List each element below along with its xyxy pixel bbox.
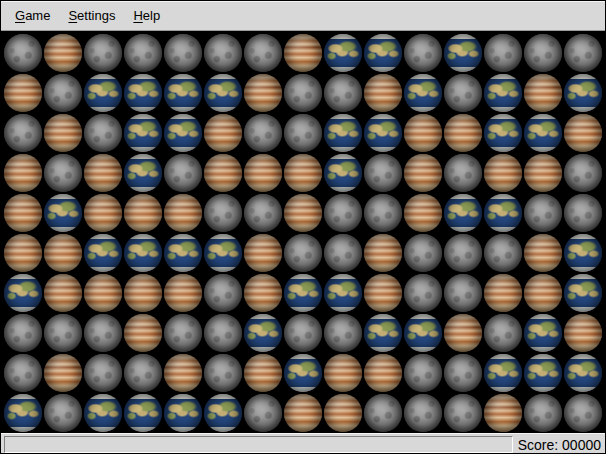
cell-earth[interactable]: [563, 273, 603, 313]
cell-moon[interactable]: [283, 73, 323, 113]
cell-earth[interactable]: [363, 313, 403, 353]
ball-moon[interactable]: [444, 74, 482, 112]
ball-jupiter[interactable]: [44, 114, 82, 152]
ball-earth[interactable]: [564, 74, 602, 112]
ball-moon[interactable]: [484, 314, 522, 352]
ball-earth[interactable]: [324, 154, 362, 192]
ball-jupiter[interactable]: [244, 274, 282, 312]
cell-jupiter[interactable]: [483, 273, 523, 313]
cell-moon[interactable]: [203, 193, 243, 233]
cell-moon[interactable]: [563, 33, 603, 73]
cell-jupiter[interactable]: [163, 193, 203, 233]
ball-earth[interactable]: [164, 234, 202, 272]
ball-moon[interactable]: [524, 394, 562, 432]
ball-earth[interactable]: [244, 314, 282, 352]
ball-jupiter[interactable]: [44, 354, 82, 392]
ball-jupiter[interactable]: [364, 74, 402, 112]
ball-moon[interactable]: [524, 34, 562, 72]
ball-earth[interactable]: [124, 114, 162, 152]
ball-moon[interactable]: [4, 34, 42, 72]
ball-jupiter[interactable]: [364, 234, 402, 272]
ball-earth[interactable]: [124, 154, 162, 192]
ball-moon[interactable]: [244, 194, 282, 232]
ball-earth[interactable]: [444, 194, 482, 232]
ball-earth[interactable]: [164, 114, 202, 152]
cell-moon[interactable]: [443, 353, 483, 393]
ball-jupiter[interactable]: [524, 74, 562, 112]
cell-earth[interactable]: [563, 73, 603, 113]
cell-earth[interactable]: [483, 353, 523, 393]
ball-moon[interactable]: [44, 314, 82, 352]
cell-earth[interactable]: [83, 73, 123, 113]
cell-moon[interactable]: [203, 313, 243, 353]
cell-moon[interactable]: [163, 153, 203, 193]
cell-moon[interactable]: [163, 313, 203, 353]
cell-earth[interactable]: [123, 73, 163, 113]
ball-earth[interactable]: [484, 194, 522, 232]
cell-earth[interactable]: [483, 193, 523, 233]
cell-jupiter[interactable]: [123, 273, 163, 313]
cell-earth[interactable]: [3, 273, 43, 313]
cell-earth[interactable]: [323, 33, 363, 73]
ball-jupiter[interactable]: [204, 154, 242, 192]
ball-jupiter[interactable]: [524, 234, 562, 272]
ball-moon[interactable]: [204, 34, 242, 72]
ball-jupiter[interactable]: [404, 194, 442, 232]
ball-earth[interactable]: [524, 354, 562, 392]
cell-earth[interactable]: [163, 393, 203, 433]
cell-jupiter[interactable]: [563, 313, 603, 353]
ball-jupiter[interactable]: [84, 154, 122, 192]
ball-earth[interactable]: [84, 234, 122, 272]
cell-jupiter[interactable]: [403, 113, 443, 153]
ball-jupiter[interactable]: [164, 354, 202, 392]
cell-moon[interactable]: [203, 273, 243, 313]
ball-earth[interactable]: [204, 394, 242, 432]
cell-moon[interactable]: [283, 113, 323, 153]
ball-jupiter[interactable]: [244, 74, 282, 112]
ball-earth[interactable]: [484, 114, 522, 152]
cell-earth[interactable]: [403, 313, 443, 353]
cell-jupiter[interactable]: [363, 233, 403, 273]
cell-jupiter[interactable]: [443, 313, 483, 353]
ball-moon[interactable]: [164, 314, 202, 352]
cell-moon[interactable]: [163, 33, 203, 73]
ball-moon[interactable]: [124, 354, 162, 392]
cell-moon[interactable]: [483, 233, 523, 273]
ball-earth[interactable]: [324, 114, 362, 152]
ball-moon[interactable]: [564, 394, 602, 432]
menu-help[interactable]: Help: [124, 3, 169, 28]
cell-moon[interactable]: [563, 153, 603, 193]
cell-earth[interactable]: [523, 313, 563, 353]
cell-jupiter[interactable]: [523, 273, 563, 313]
cell-jupiter[interactable]: [283, 33, 323, 73]
cell-jupiter[interactable]: [3, 193, 43, 233]
ball-moon[interactable]: [244, 394, 282, 432]
cell-moon[interactable]: [43, 153, 83, 193]
cell-jupiter[interactable]: [123, 313, 163, 353]
menu-game[interactable]: Game: [6, 3, 59, 28]
cell-moon[interactable]: [363, 193, 403, 233]
cell-earth[interactable]: [283, 273, 323, 313]
ball-earth[interactable]: [84, 394, 122, 432]
cell-moon[interactable]: [443, 393, 483, 433]
cell-earth[interactable]: [83, 393, 123, 433]
ball-moon[interactable]: [84, 354, 122, 392]
ball-jupiter[interactable]: [124, 194, 162, 232]
ball-moon[interactable]: [84, 314, 122, 352]
ball-jupiter[interactable]: [204, 114, 242, 152]
cell-jupiter[interactable]: [243, 233, 283, 273]
cell-earth[interactable]: [203, 393, 243, 433]
cell-earth[interactable]: [443, 33, 483, 73]
cell-moon[interactable]: [243, 193, 283, 233]
cell-moon[interactable]: [123, 353, 163, 393]
cell-moon[interactable]: [523, 393, 563, 433]
cell-earth[interactable]: [323, 153, 363, 193]
ball-jupiter[interactable]: [124, 314, 162, 352]
ball-jupiter[interactable]: [564, 314, 602, 352]
ball-moon[interactable]: [484, 34, 522, 72]
cell-jupiter[interactable]: [403, 193, 443, 233]
cell-moon[interactable]: [123, 33, 163, 73]
cell-moon[interactable]: [283, 233, 323, 273]
ball-earth[interactable]: [4, 394, 42, 432]
cell-moon[interactable]: [323, 193, 363, 233]
